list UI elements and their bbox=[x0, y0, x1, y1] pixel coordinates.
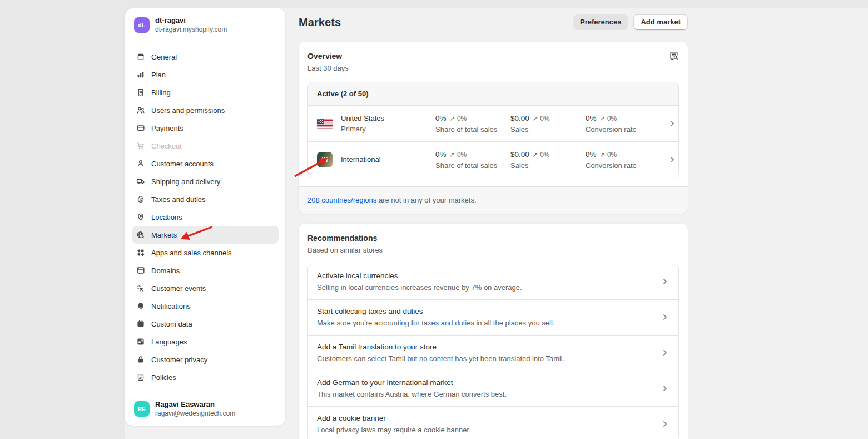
recommendation-start-collecting-taxes[interactable]: Start collecting taxes and duties Make s… bbox=[308, 299, 678, 335]
sidebar-item-label: Payments bbox=[151, 124, 183, 132]
user-avatar: RE bbox=[134, 401, 150, 417]
page-header: Markets Preferences Add market bbox=[299, 13, 688, 31]
sidebar-item-label: Customer privacy bbox=[151, 356, 207, 364]
market-row-international[interactable]: IN International 0%↗ 0% Share of total s… bbox=[308, 141, 678, 177]
sidebar-item-label: Markets bbox=[151, 231, 177, 239]
lock-icon bbox=[136, 355, 145, 364]
recommendation-text: Add a Tamil translation to your store Cu… bbox=[317, 342, 659, 364]
active-markets-table: Active (2 of 50) United States Primary bbox=[307, 82, 679, 177]
international-market-icon: IN bbox=[317, 152, 333, 167]
metric-label: Share of total sales bbox=[435, 125, 510, 134]
sidebar-item-customer-accounts[interactable]: Customer accounts bbox=[132, 155, 279, 172]
metric-value: $0.00 bbox=[510, 114, 529, 122]
location-pin-icon bbox=[136, 213, 145, 221]
recommendation-description: Make sure you're accounting for taxes an… bbox=[317, 318, 659, 328]
view-report-button[interactable] bbox=[668, 50, 680, 63]
market-name-block: International bbox=[341, 155, 435, 164]
sidebar-item-apps-and-sales-channels[interactable]: Apps and sales channels bbox=[132, 244, 279, 262]
main-content: Markets Preferences Add market Overview … bbox=[299, 8, 688, 439]
sidebar-item-checkout[interactable]: Checkout bbox=[132, 137, 279, 155]
sidebar-item-locations[interactable]: Locations bbox=[132, 208, 279, 226]
sidebar-item-plan[interactable]: Plan bbox=[132, 66, 279, 83]
chevron-right-icon bbox=[659, 347, 671, 358]
user-name: Ragavi Easwaran bbox=[155, 400, 235, 409]
metric-delta: ↗ 0% bbox=[450, 115, 467, 122]
store-avatar: dt- bbox=[134, 17, 150, 33]
metric-value: 0% bbox=[435, 150, 447, 159]
sidebar-item-users-and-permissions[interactable]: Users and permissions bbox=[132, 101, 279, 119]
header-actions: Preferences Add market bbox=[573, 14, 688, 30]
recommendation-text: Add a cookie banner Local privacy laws m… bbox=[317, 413, 659, 435]
apps-grid-icon bbox=[136, 248, 145, 257]
sidebar-item-label: Shipping and delivery bbox=[151, 177, 220, 186]
metric-label: Sales bbox=[510, 161, 586, 170]
sidebar-item-domains[interactable]: Domains bbox=[132, 262, 279, 279]
truck-icon bbox=[136, 177, 145, 186]
settings-modal: dt- dt-ragavi dt-ragavi.myshopify.com Ge… bbox=[125, 8, 868, 439]
recommendation-description: This market contains Austria, where Germ… bbox=[317, 389, 659, 399]
sidebar-item-taxes-and-duties[interactable]: Taxes and duties bbox=[132, 190, 279, 208]
recommendation-title: Add a cookie banner bbox=[317, 413, 659, 424]
recommendation-activate-local-currencies[interactable]: Activate local currencies Selling in loc… bbox=[308, 264, 678, 299]
metric-label: Share of total sales bbox=[435, 161, 510, 170]
chevron-right-icon bbox=[667, 154, 678, 165]
user-footer: RE Ragavi Easwaran ragavi@wedesigntech.c… bbox=[125, 392, 285, 426]
tax-bag-icon bbox=[136, 195, 145, 204]
sales-metric: $0.00↗ 0% Sales bbox=[510, 149, 586, 170]
sidebar-item-label: Notifications bbox=[151, 302, 191, 310]
overview-footer-text: are not in any of your markets. bbox=[376, 196, 476, 204]
add-market-button[interactable]: Add market bbox=[633, 14, 688, 30]
sidebar-item-label: Users and permissions bbox=[151, 106, 225, 115]
preferences-button[interactable]: Preferences bbox=[573, 14, 628, 30]
policies-icon bbox=[136, 373, 145, 382]
report-search-icon bbox=[669, 54, 679, 62]
sidebar-item-label: Policies bbox=[151, 373, 176, 382]
globe-dollar-icon: $ bbox=[136, 230, 145, 239]
svg-text:$: $ bbox=[142, 234, 144, 239]
sidebar-item-languages[interactable]: A Languages bbox=[132, 333, 279, 351]
sidebar-item-label: Locations bbox=[151, 213, 182, 221]
sidebar-item-customer-privacy[interactable]: Customer privacy bbox=[132, 351, 279, 368]
page-title: Markets bbox=[299, 16, 341, 29]
market-subtitle: Primary bbox=[341, 124, 435, 134]
cart-icon bbox=[136, 141, 145, 150]
share-of-sales-metric: 0%↗ 0% Share of total sales bbox=[435, 149, 510, 170]
overview-heading: Overview Last 30 days bbox=[307, 51, 349, 73]
sidebar-item-label: Domains bbox=[151, 267, 180, 275]
overview-title: Overview bbox=[307, 51, 349, 62]
sidebar-item-customer-events[interactable]: Customer events bbox=[132, 279, 279, 297]
settings-modal-page: dt- dt-ragavi dt-ragavi.myshopify.com Ge… bbox=[0, 0, 868, 439]
sidebar-item-notifications[interactable]: Notifications bbox=[132, 297, 279, 315]
cursor-click-icon bbox=[136, 284, 145, 293]
store-header: dt- dt-ragavi dt-ragavi.myshopify.com bbox=[125, 8, 285, 42]
recommendation-add-cookie-banner[interactable]: Add a cookie banner Local privacy laws m… bbox=[308, 406, 678, 439]
sidebar-item-policies[interactable]: Policies bbox=[132, 368, 279, 386]
recommendation-add-tamil-translation[interactable]: Add a Tamil translation to your store Cu… bbox=[308, 335, 678, 371]
sidebar-item-markets[interactable]: $ Markets bbox=[132, 226, 279, 244]
custom-data-icon bbox=[136, 319, 145, 328]
recommendations-list: Activate local currencies Selling in loc… bbox=[307, 264, 679, 439]
sidebar-item-label: Custom data bbox=[151, 320, 192, 328]
market-row-united-states[interactable]: United States Primary 0%↗ 0% Share of to… bbox=[308, 106, 678, 141]
countries-regions-link[interactable]: 208 countries/regions bbox=[307, 196, 376, 204]
share-of-sales-metric: 0%↗ 0% Share of total sales bbox=[435, 113, 510, 134]
sidebar-item-label: Checkout bbox=[151, 142, 182, 150]
sidebar-item-shipping-and-delivery[interactable]: Shipping and delivery bbox=[132, 172, 279, 190]
recommendation-text: Add German to your International market … bbox=[317, 377, 659, 399]
sidebar-item-custom-data[interactable]: Custom data bbox=[132, 315, 279, 333]
sidebar-item-payments[interactable]: Payments bbox=[132, 119, 279, 137]
store-name: dt-ragavi bbox=[155, 16, 227, 25]
chevron-right-icon bbox=[659, 383, 671, 394]
recommendation-add-german[interactable]: Add German to your International market … bbox=[308, 371, 678, 406]
metric-delta: ↗ 0% bbox=[450, 151, 467, 159]
metric-delta: ↗ 0% bbox=[600, 151, 617, 159]
recommendation-title: Start collecting taxes and duties bbox=[317, 306, 659, 317]
recommendations-title: Recommendations bbox=[307, 233, 679, 244]
sidebar-item-general[interactable]: General bbox=[132, 48, 279, 66]
recommendation-description: Local privacy laws may require a cookie … bbox=[317, 425, 659, 435]
store-identity: dt-ragavi dt-ragavi.myshopify.com bbox=[155, 16, 227, 34]
overview-card-footer: 208 countries/regions are not in any of … bbox=[299, 186, 688, 214]
international-badge: IN bbox=[317, 152, 333, 167]
metric-label: Sales bbox=[510, 125, 586, 134]
sidebar-item-billing[interactable]: Billing bbox=[132, 83, 279, 101]
